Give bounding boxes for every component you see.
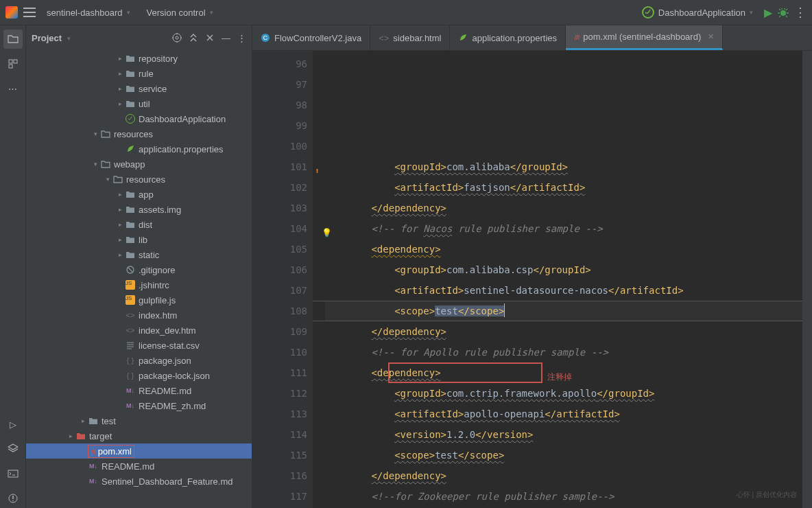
services-tool-icon[interactable] (3, 439, 23, 459)
code-line[interactable]: <artifactId>apollo-openapi</artifactId> (325, 404, 802, 424)
tree-item[interactable]: M↓Sentinel_Dashboard_Feature.md (26, 474, 252, 489)
line-number: 107 (252, 280, 307, 301)
tree-item[interactable]: .gitignore (26, 262, 252, 277)
more-tool-icon[interactable]: ⋯ (3, 79, 23, 98)
tree-item[interactable]: ▸dist (26, 217, 252, 232)
hamburger-icon[interactable] (23, 8, 36, 17)
code-editor[interactable]: 96979899100101⬆102103104💡105106107108109… (252, 51, 812, 508)
run-icon[interactable]: ▶ (764, 6, 772, 19)
project-tree[interactable]: ▸repository▸rule▸service▸utilDashboardAp… (26, 51, 252, 508)
code-line[interactable]: </dependency> (325, 198, 802, 218)
chevron-icon[interactable]: ▸ (115, 206, 125, 213)
code-line[interactable]: <groupId>com.ctrip.framework.apollo</gro… (325, 383, 802, 404)
collapse-all-icon[interactable] (205, 33, 215, 43)
code-line[interactable]: <artifactId>fastjson</artifactId> (325, 177, 802, 198)
tree-item[interactable]: ▸static (26, 247, 252, 262)
html-icon: <> (379, 33, 389, 43)
editor-tab[interactable]: application.properties (450, 25, 566, 50)
terminal-tool-icon[interactable] (3, 464, 23, 483)
tree-item[interactable]: M↓README.md (26, 459, 252, 474)
chevron-icon[interactable]: ▸ (115, 70, 125, 77)
run-config-selector[interactable]: DashboardApplication ▾ (636, 3, 759, 21)
tree-item[interactable]: M↓README.md (26, 383, 252, 398)
chevron-icon[interactable]: ▸ (115, 236, 125, 243)
tree-item[interactable]: <>index_dev.htm (26, 323, 252, 338)
tree-item[interactable]: ▸service (26, 81, 252, 96)
code-line[interactable]: <dependency> (325, 362, 802, 383)
tree-item[interactable]: ▸lib (26, 232, 252, 247)
project-selector[interactable]: sentinel-dashboard ▾ (41, 5, 136, 21)
tree-item[interactable]: { }package.json (26, 353, 252, 368)
code-line[interactable]: <groupId>com.alibaba.csp</groupId> (325, 259, 802, 280)
tree-item[interactable]: application.properties (26, 141, 252, 157)
code-line[interactable]: <scope>test</scope> (325, 445, 802, 465)
chevron-icon[interactable]: ▸ (115, 191, 125, 198)
svg-point-7 (176, 36, 178, 39)
sidebar-more-icon[interactable]: ⋮ (237, 33, 246, 43)
editor-tab[interactable]: CFlowControllerV2.java (252, 25, 370, 50)
code-line[interactable]: <dependency> (325, 239, 802, 259)
chevron-icon[interactable]: ▸ (78, 417, 88, 424)
hide-icon[interactable]: — (222, 33, 230, 43)
tree-item-label: .gitignore (139, 265, 175, 275)
tab-label: pom.xml (sentinel-dashboard) (583, 32, 701, 42)
code-line[interactable]: </dependency> (325, 465, 802, 486)
chevron-icon[interactable]: ▸ (115, 55, 125, 62)
more-icon[interactable]: ⋮ (794, 5, 807, 20)
close-icon[interactable]: ✕ (708, 32, 714, 41)
tree-item[interactable]: { }package-lock.json (26, 368, 252, 383)
tree-item[interactable]: ▸target (26, 428, 252, 443)
vcs-selector[interactable]: Version control ▾ (141, 5, 219, 21)
tree-item[interactable]: JS.jshintrc (26, 277, 252, 292)
chevron-icon[interactable]: ▾ (103, 176, 112, 183)
tree-item[interactable]: ▸rule (26, 66, 252, 81)
tree-item[interactable]: JSgulpfile.js (26, 292, 252, 308)
tree-item-label: test (102, 416, 116, 426)
tree-item[interactable]: ▾webapp (26, 157, 252, 172)
problems-tool-icon[interactable] (3, 489, 23, 508)
line-number: 100 (252, 136, 307, 157)
editor-code[interactable]: 注释掉 心怀 | 原创优化内容 <groupId>com.alibaba</gr… (313, 51, 802, 508)
code-line[interactable]: <groupId>com.alibaba</groupId> (325, 157, 802, 177)
tree-item[interactable]: <>index.htm (26, 308, 252, 323)
tree-item[interactable]: ▾resources (26, 172, 252, 187)
chevron-icon[interactable]: ▸ (115, 100, 125, 107)
chevron-icon[interactable]: ▾ (91, 130, 100, 137)
select-file-icon[interactable] (172, 33, 182, 43)
tree-item[interactable]: ▸test (26, 413, 252, 428)
tree-item[interactable]: ▸assets.img (26, 202, 252, 217)
code-line[interactable]: <artifactId>sentinel-datasource-nacos</a… (325, 280, 802, 301)
project-tool-icon[interactable] (3, 30, 23, 49)
editor-scrollbar[interactable] (802, 51, 812, 508)
code-line[interactable]: <!-- for Nacos rule publisher sample --> (325, 218, 802, 239)
structure-tool-icon[interactable] (3, 54, 23, 73)
tree-item[interactable]: M↓README_zh.md (26, 398, 252, 413)
chevron-icon[interactable]: ▸ (115, 251, 125, 258)
tree-item[interactable]: ▾resources (26, 126, 252, 141)
tree-item[interactable]: ▸repository (26, 51, 252, 66)
tree-item[interactable]: ▸app (26, 187, 252, 202)
debug-icon[interactable] (778, 7, 789, 18)
code-line[interactable]: <!--for Zookeeper rule publisher sample-… (325, 486, 802, 507)
tree-item[interactable]: ▸util (26, 96, 252, 111)
expand-all-icon[interactable] (189, 33, 198, 43)
chevron-icon[interactable]: ▸ (66, 432, 75, 439)
tree-item[interactable]: m pom.xml (26, 443, 252, 459)
tree-item-label: util (139, 99, 150, 109)
spring-leaf-icon (125, 143, 136, 154)
tree-item[interactable]: DashboardApplication (26, 111, 252, 126)
code-line[interactable]: </dependency> (325, 321, 802, 342)
run-tool-icon[interactable]: ▷ (3, 415, 23, 434)
editor-tab[interactable]: <>sidebar.html (370, 25, 450, 50)
chevron-icon[interactable]: ▸ (115, 221, 125, 228)
code-line[interactable]: <version>1.2.0</version> (325, 424, 802, 445)
editor-tab[interactable]: mpom.xml (sentinel-dashboard)✕ (566, 25, 723, 50)
code-line[interactable]: <!-- for Apollo rule publisher sample --… (325, 342, 802, 362)
chevron-down-icon[interactable]: ▾ (67, 35, 71, 42)
chevron-icon[interactable]: ▾ (91, 161, 100, 168)
code-line[interactable]: <scope>test</scope> (325, 301, 802, 321)
tree-item[interactable]: license-stat.csv (26, 338, 252, 353)
chevron-icon[interactable]: ▸ (115, 85, 125, 92)
md-icon: M↓ (88, 476, 99, 487)
txt-icon (125, 340, 136, 351)
